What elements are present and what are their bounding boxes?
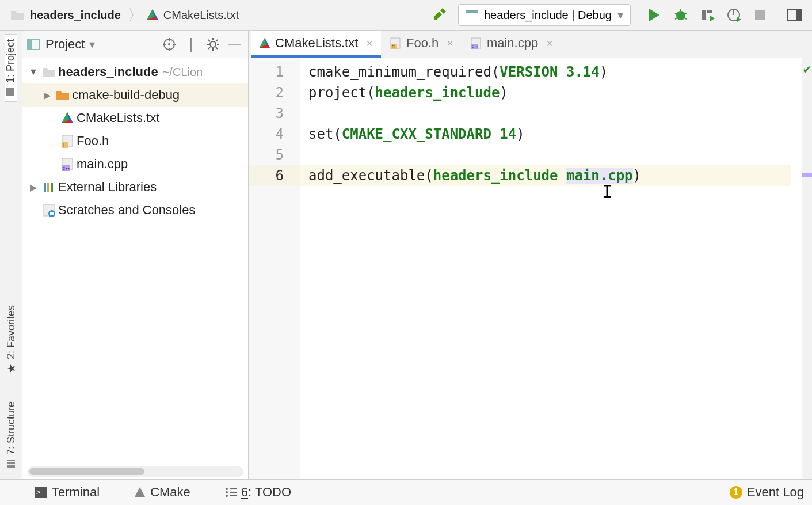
library-icon: [40, 181, 58, 193]
layout-button[interactable]: [781, 3, 807, 26]
project-header-title[interactable]: Project: [44, 37, 85, 52]
svg-line-35: [208, 47, 210, 49]
status-event-log[interactable]: 1 Event Log: [730, 485, 804, 500]
tree-scratches[interactable]: Scratches and Consoles: [22, 199, 248, 222]
editor-tabbar: CMakeLists.txt × H Foo.h × C++ main.cpp …: [249, 31, 812, 58]
horizontal-scrollbar[interactable]: [27, 466, 243, 477]
terminal-icon: >_: [35, 487, 47, 498]
folder-icon: [40, 66, 58, 78]
cmake-icon: [259, 37, 270, 49]
line-number: 3: [276, 105, 284, 121]
code-token: cmake_minimum_required(: [308, 64, 500, 80]
marker[interactable]: [802, 173, 812, 177]
tab-label: Foo.h: [406, 36, 439, 51]
main-toolbar: headers_include 〉 CMakeLists.txt headers…: [0, 0, 812, 31]
svg-rect-69: [230, 495, 237, 496]
tab-main-cpp[interactable]: C++ main.cpp ×: [462, 31, 561, 58]
tool-tab-structure[interactable]: 7: Structure: [5, 397, 17, 473]
code-token: headers_include: [433, 168, 566, 184]
svg-line-36: [216, 40, 218, 41]
header-file-icon: H: [58, 134, 77, 148]
tree-ext-libs[interactable]: ▶ External Libraries: [22, 176, 248, 199]
line-gutter: 1 2 3 4 5 6: [249, 58, 300, 479]
folder-icon: [54, 89, 72, 101]
status-todo[interactable]: 6: TODO 6: TODO: [225, 485, 291, 500]
svg-rect-21: [27, 39, 32, 50]
tree-item-label: External Libraries: [58, 180, 157, 195]
svg-rect-18: [7, 462, 15, 464]
tree-build-dir[interactable]: ▶ cmake-build-debug: [22, 83, 248, 107]
breadcrumb: headers_include 〉 CMakeLists.txt: [10, 7, 239, 22]
svg-rect-67: [230, 492, 237, 493]
run-button[interactable]: [641, 3, 668, 26]
event-count-badge: 1: [730, 486, 742, 499]
tree-cmakelists[interactable]: CMakeLists.txt: [22, 107, 248, 130]
left-tool-strip: 1: Project ★ 2: Favorites 7: Structure: [0, 31, 22, 479]
debug-button[interactable]: [668, 3, 694, 26]
code-token: add_executable(: [308, 168, 433, 184]
tool-tab-favorites-label: 2: Favorites: [5, 305, 17, 359]
svg-rect-51: [50, 212, 54, 215]
svg-text:H: H: [392, 44, 395, 49]
code-content[interactable]: cmake_minimum_required(VERSION 3.14) pro…: [300, 58, 802, 479]
run-config-label: headers_include | Debug: [484, 9, 612, 22]
chevron-right-icon[interactable]: ▶: [41, 90, 54, 101]
toolbar-separator: [777, 6, 777, 24]
code-token: ): [633, 168, 641, 184]
scrollbar-thumb[interactable]: [29, 468, 144, 475]
chevron-down-icon[interactable]: ▼: [27, 67, 40, 77]
tree-main-cpp[interactable]: C++ main.cpp: [22, 153, 248, 176]
close-icon[interactable]: ×: [363, 37, 373, 50]
code-token: main.cpp: [566, 168, 633, 184]
target-icon[interactable]: [161, 38, 178, 51]
svg-rect-19: [7, 460, 15, 461]
stop-button[interactable]: [747, 3, 773, 26]
svg-line-10: [684, 18, 687, 19]
svg-point-28: [210, 41, 216, 47]
coverage-button[interactable]: [694, 3, 720, 26]
line-number: 5: [276, 147, 284, 163]
close-icon[interactable]: ×: [543, 37, 553, 50]
run-config-combo[interactable]: headers_include | Debug ▾: [458, 4, 631, 26]
svg-point-64: [226, 488, 228, 490]
tree-item-label: CMakeLists.txt: [77, 111, 159, 126]
svg-point-66: [226, 491, 228, 493]
gear-icon[interactable]: [204, 38, 222, 51]
svg-point-68: [226, 495, 228, 497]
breadcrumb-file[interactable]: CMakeLists.txt: [161, 9, 239, 22]
breadcrumb-project[interactable]: headers_include: [26, 9, 124, 22]
close-icon[interactable]: ×: [443, 37, 453, 50]
line-number: 4: [276, 126, 284, 142]
tree-root[interactable]: ▼ headers_include ~/CLion: [22, 60, 248, 83]
status-cmake[interactable]: CMake: [134, 485, 190, 500]
window-icon: [466, 10, 478, 20]
status-label: Terminal: [52, 485, 100, 500]
svg-rect-46: [44, 183, 46, 192]
tree-foo-h[interactable]: H Foo.h: [22, 130, 248, 153]
cmake-icon: [146, 9, 159, 21]
tree-item-label: main.cpp: [77, 157, 128, 172]
svg-point-5: [676, 11, 685, 20]
status-terminal[interactable]: >_ Terminal: [35, 485, 100, 500]
code-token: ): [600, 64, 608, 80]
build-button[interactable]: [427, 3, 453, 26]
header-file-icon: H: [389, 37, 402, 50]
tree-item-label: Foo.h: [77, 134, 109, 149]
chevron-down-icon[interactable]: ▾: [89, 37, 95, 51]
tab-foo-h[interactable]: H Foo.h ×: [381, 31, 462, 58]
tree-root-label: headers_include: [58, 64, 158, 79]
hide-icon[interactable]: —: [226, 37, 243, 52]
code-token: project(: [308, 85, 375, 101]
code-token: CMAKE_CXX_STANDARD 14: [342, 126, 516, 142]
tab-cmakelists[interactable]: CMakeLists.txt ×: [251, 31, 381, 58]
profile-button[interactable]: [720, 3, 747, 26]
code-area[interactable]: 1 2 3 4 5 6 cmake_minimum_required(VERSI…: [249, 58, 812, 479]
editor: CMakeLists.txt × H Foo.h × C++ main.cpp …: [249, 31, 812, 479]
tool-tab-project[interactable]: 1: Project: [5, 34, 17, 102]
svg-rect-15: [796, 9, 801, 21]
svg-marker-63: [135, 487, 145, 497]
code-token: headers_include: [375, 85, 500, 101]
tool-tab-favorites[interactable]: ★ 2: Favorites: [5, 301, 17, 379]
chevron-right-icon[interactable]: ▶: [27, 182, 40, 193]
svg-text:C++: C++: [472, 44, 478, 48]
